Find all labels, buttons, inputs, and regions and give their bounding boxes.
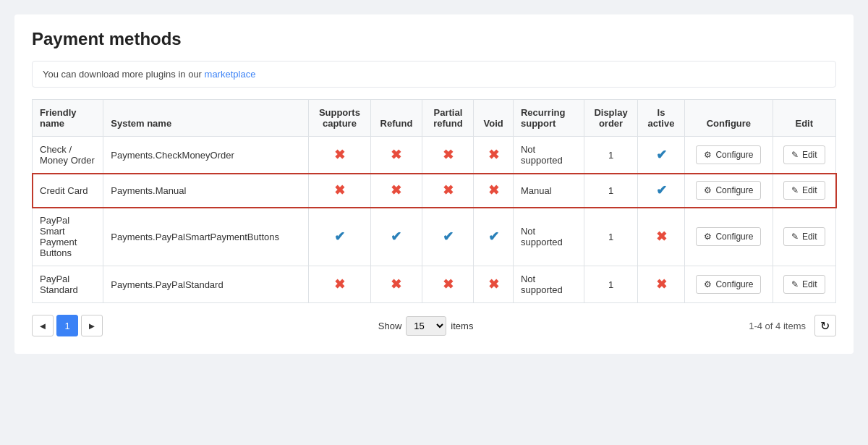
- configure-icon: ⚙: [704, 150, 712, 160]
- edit-button[interactable]: ✎ Edit: [783, 145, 825, 164]
- edit-label: Edit: [802, 150, 817, 160]
- info-bar: You can download more plugins in our mar…: [32, 61, 836, 88]
- configure-button[interactable]: ⚙ Configure: [696, 227, 761, 246]
- show-items-control: Show 15 25 50 100 items: [378, 316, 474, 336]
- cell-is-active: ✔: [637, 137, 685, 174]
- cell-void: ✔: [474, 208, 514, 266]
- items-count: 1-4 of 4 items: [749, 321, 806, 331]
- cross-icon: ✖: [443, 148, 454, 162]
- page-1-button[interactable]: 1: [56, 315, 78, 336]
- marketplace-link[interactable]: marketplace: [205, 69, 256, 80]
- page-title: Payment methods: [32, 29, 836, 49]
- cross-icon: ✖: [443, 277, 454, 292]
- edit-button[interactable]: ✎ Edit: [783, 181, 825, 200]
- configure-button[interactable]: ⚙ Configure: [696, 275, 761, 294]
- cell-system-name: Payments.CheckMoneyOrder: [103, 137, 309, 174]
- cell-supports-capture: ✔: [309, 208, 370, 266]
- cross-icon: ✖: [488, 277, 499, 292]
- cell-configure: ⚙ Configure: [685, 208, 773, 266]
- next-page-button[interactable]: ►: [81, 315, 103, 336]
- table-header-row: Friendly name System name Supports captu…: [33, 100, 836, 137]
- table-row: PayPal Standard Payments.PayPalStandard …: [33, 266, 836, 303]
- header-edit: Edit: [773, 100, 835, 137]
- edit-button[interactable]: ✎ Edit: [783, 227, 825, 246]
- cell-void: ✖: [474, 137, 514, 174]
- cell-refund: ✔: [370, 208, 422, 266]
- cell-recurring-support: Not supported: [513, 137, 584, 174]
- cell-friendly-name: PayPal Smart Payment Buttons: [33, 208, 103, 266]
- cross-icon: ✖: [656, 277, 667, 292]
- cell-system-name: Payments.PayPalSmartPaymentButtons: [103, 208, 309, 266]
- edit-icon: ✎: [791, 232, 799, 242]
- configure-button[interactable]: ⚙ Configure: [696, 181, 761, 200]
- cell-supports-capture: ✖: [309, 137, 370, 174]
- cell-edit: ✎ Edit: [773, 137, 835, 174]
- header-system-name: System name: [103, 100, 309, 137]
- edit-button[interactable]: ✎ Edit: [783, 275, 825, 294]
- cell-configure: ⚙ Configure: [685, 137, 773, 174]
- check-icon: ✔: [334, 229, 345, 244]
- configure-button[interactable]: ⚙ Configure: [696, 145, 761, 164]
- header-partial-refund: Partial refund: [422, 100, 474, 137]
- edit-icon: ✎: [791, 150, 799, 160]
- cell-void: ✖: [474, 266, 514, 303]
- page-controls: ◄ 1 ►: [32, 315, 103, 336]
- cell-friendly-name: PayPal Standard: [33, 266, 103, 303]
- cell-supports-capture: ✖: [309, 266, 370, 303]
- table-row: Credit Card Payments.Manual ✖ ✖ ✖ ✖ Manu…: [33, 174, 836, 208]
- cell-edit: ✎ Edit: [773, 208, 835, 266]
- header-supports-capture: Supports capture: [309, 100, 370, 137]
- refresh-button[interactable]: ↻: [814, 315, 836, 336]
- header-friendly-name: Friendly name: [33, 100, 103, 137]
- cross-icon: ✖: [443, 183, 454, 198]
- cross-icon: ✖: [391, 277, 401, 292]
- items-label: items: [451, 321, 473, 331]
- cell-partial-refund: ✖: [422, 174, 474, 208]
- cell-system-name: Payments.Manual: [103, 174, 309, 208]
- show-label: Show: [378, 321, 402, 331]
- cell-recurring-support: Not supported: [513, 266, 584, 303]
- configure-icon: ⚙: [704, 185, 712, 195]
- cross-icon: ✖: [656, 229, 667, 244]
- cell-refund: ✖: [370, 137, 422, 174]
- configure-icon: ⚙: [704, 232, 712, 242]
- cell-refund: ✖: [370, 266, 422, 303]
- prev-page-button[interactable]: ◄: [32, 315, 54, 336]
- check-icon: ✔: [391, 229, 401, 244]
- cell-display-order: 1: [584, 266, 637, 303]
- configure-icon: ⚙: [704, 279, 712, 289]
- cell-edit: ✎ Edit: [773, 174, 835, 208]
- check-icon: ✔: [488, 229, 499, 244]
- pagination-bar: ◄ 1 ► Show 15 25 50 100 items 1-4 of 4 i…: [32, 315, 836, 336]
- cell-edit: ✎ Edit: [773, 266, 835, 303]
- cell-configure: ⚙ Configure: [685, 266, 773, 303]
- cell-is-active: ✖: [637, 266, 685, 303]
- cross-icon: ✖: [391, 148, 401, 162]
- cell-is-active: ✖: [637, 208, 685, 266]
- cell-partial-refund: ✔: [422, 208, 474, 266]
- table-row: Check / Money Order Payments.CheckMoneyO…: [33, 137, 836, 174]
- configure-label: Configure: [715, 185, 753, 195]
- cell-partial-refund: ✖: [422, 137, 474, 174]
- cell-display-order: 1: [584, 137, 637, 174]
- cell-partial-refund: ✖: [422, 266, 474, 303]
- cell-display-order: 1: [584, 208, 637, 266]
- cross-icon: ✖: [488, 148, 499, 162]
- cross-icon: ✖: [334, 277, 345, 292]
- header-recurring-support: Recurring support: [513, 100, 584, 137]
- header-refund: Refund: [370, 100, 422, 137]
- edit-label: Edit: [802, 232, 817, 242]
- payment-methods-table: Friendly name System name Supports captu…: [32, 99, 836, 303]
- cross-icon: ✖: [334, 183, 345, 198]
- header-is-active: Is active: [637, 100, 685, 137]
- edit-label: Edit: [802, 185, 817, 195]
- cell-refund: ✖: [370, 174, 422, 208]
- cell-recurring-support: Not supported: [513, 208, 584, 266]
- cross-icon: ✖: [334, 148, 345, 162]
- configure-label: Configure: [715, 232, 753, 242]
- items-per-page-select[interactable]: 15 25 50 100: [406, 316, 446, 336]
- header-configure: Configure: [685, 100, 773, 137]
- cell-friendly-name: Credit Card: [33, 174, 103, 208]
- cell-system-name: Payments.PayPalStandard: [103, 266, 309, 303]
- check-icon: ✔: [443, 229, 454, 244]
